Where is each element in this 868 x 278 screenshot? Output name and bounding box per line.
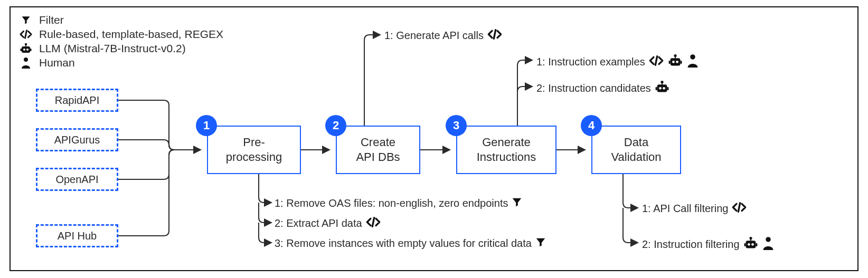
code-icon (487, 28, 503, 43)
note-text: 1: API Call filtering (642, 203, 728, 215)
diagram-frame: Filter Rule-based, template-based, REGEX… (10, 6, 858, 271)
svg-rect-17 (662, 83, 663, 85)
svg-rect-10 (670, 58, 680, 65)
svg-rect-13 (668, 61, 670, 64)
svg-rect-9 (675, 56, 676, 59)
svg-point-19 (659, 87, 662, 90)
svg-point-12 (676, 61, 678, 63)
robot-icon (667, 54, 683, 70)
filter-icon (511, 196, 523, 210)
note-text: 2: Extract API data (275, 217, 362, 229)
filter-icon (535, 236, 546, 251)
connectors (11, 7, 860, 272)
note-text: 3: Remove instances with empty values fo… (275, 237, 532, 250)
svg-rect-21 (655, 87, 657, 90)
svg-rect-25 (746, 241, 756, 248)
robot-icon (743, 236, 759, 253)
note-text: 2: Instruction candidates (536, 82, 651, 94)
note-text: 1: Generate API calls (384, 30, 484, 42)
note-pre-1: 1: Remove OAS files: non-english, zero e… (275, 196, 523, 210)
note-text: 2: Instruction filtering (642, 238, 740, 251)
svg-rect-24 (750, 239, 751, 241)
svg-rect-29 (756, 243, 757, 246)
robot-icon (654, 80, 670, 97)
svg-point-20 (663, 87, 665, 90)
code-icon (648, 55, 664, 69)
svg-point-26 (748, 243, 750, 246)
note-gi-1: 1: Instruction examples (536, 54, 699, 70)
note-dv-2: 2: Instruction filtering (642, 236, 775, 253)
svg-point-27 (751, 243, 754, 246)
svg-point-15 (690, 54, 695, 59)
svg-point-30 (766, 237, 770, 242)
note-pre-3: 3: Remove instances with empty values fo… (275, 236, 546, 251)
note-gi-2: 2: Instruction candidates (536, 80, 670, 97)
svg-rect-22 (667, 87, 668, 90)
note-text: 1: Instruction examples (536, 56, 645, 68)
note-pre-2: 2: Extract API data (275, 216, 381, 231)
svg-point-11 (672, 61, 675, 63)
code-icon (731, 202, 747, 216)
human-icon (686, 54, 699, 70)
note-generate-api-calls: 1: Generate API calls (384, 28, 503, 43)
svg-rect-14 (680, 61, 682, 64)
note-text: 1: Remove OAS files: non-english, zero e… (275, 197, 508, 209)
code-icon (365, 216, 381, 231)
human-icon (762, 236, 775, 253)
svg-rect-18 (657, 84, 667, 92)
svg-rect-28 (744, 243, 746, 246)
note-dv-1: 1: API Call filtering (642, 202, 747, 216)
